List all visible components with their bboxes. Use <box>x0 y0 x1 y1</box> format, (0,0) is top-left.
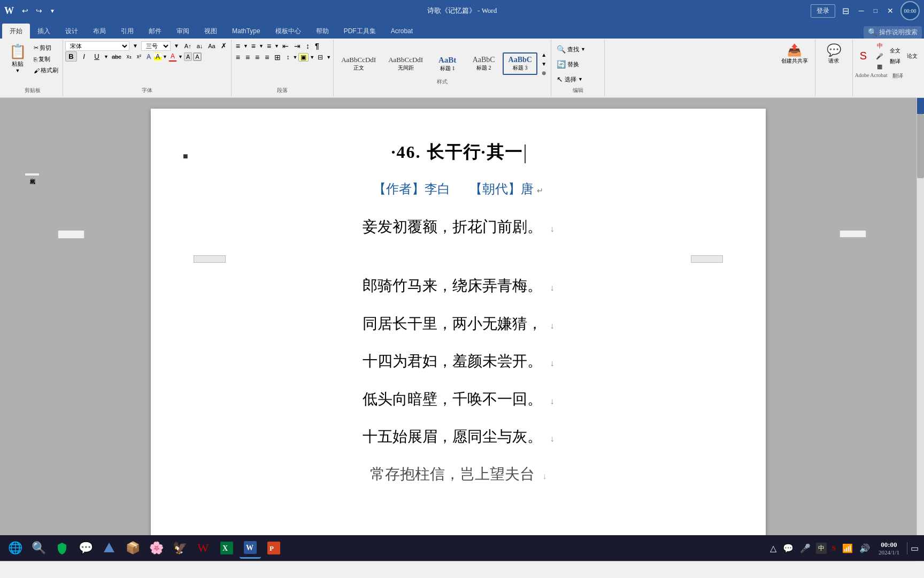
line-spacing-button[interactable]: ↕ <box>284 52 291 62</box>
styles-expand[interactable]: ⊕ <box>539 69 549 77</box>
shading-dropdown[interactable]: ▼ <box>310 55 314 60</box>
format-painter-button[interactable]: 🖌 格式刷 <box>32 65 60 75</box>
taskbar-mountain[interactable] <box>98 537 120 559</box>
italic-button[interactable]: I <box>78 51 90 62</box>
tab-design[interactable]: 设计 <box>58 24 86 39</box>
taskbar-flower[interactable]: 🌸 <box>145 537 167 559</box>
multilevel-dropdown[interactable]: ▼ <box>274 43 279 49</box>
strikethrough-button[interactable]: abc <box>110 52 124 61</box>
align-left-button[interactable]: ≡ <box>234 52 242 63</box>
align-center-button[interactable]: ≡ <box>243 52 252 63</box>
tab-view[interactable]: 视图 <box>197 24 225 39</box>
styles-scroll-down[interactable]: ▼ <box>539 60 549 68</box>
close-button[interactable]: ✕ <box>884 5 896 16</box>
ribbon-collapse-button[interactable]: ⊟ <box>840 5 852 17</box>
acrobat-sign-button[interactable]: S <box>855 47 872 65</box>
redo-button[interactable]: ↪ <box>33 5 45 16</box>
taskbar-bird[interactable]: 🦅 <box>169 537 190 559</box>
tray-volume[interactable]: 🔊 <box>858 542 871 554</box>
undo-button[interactable]: ↩ <box>19 5 31 16</box>
tab-references[interactable]: 引用 <box>113 24 141 39</box>
show-desktop-button[interactable]: ▭ <box>907 542 920 554</box>
highlight-button[interactable]: A <box>154 52 161 61</box>
tab-home[interactable]: 开始 <box>2 24 30 39</box>
system-clock[interactable]: 00:00 2024/1/1 <box>875 541 903 556</box>
tab-layout[interactable]: 布局 <box>86 24 113 39</box>
borders-button[interactable]: ⊟ <box>315 52 325 62</box>
shading-button[interactable]: ▣ <box>298 53 309 62</box>
comment-thesis-button[interactable]: 论文 <box>905 51 920 61</box>
share-button[interactable]: 📤 创建共共享 <box>776 41 813 67</box>
char-border-button[interactable]: A <box>193 52 201 61</box>
sort-button[interactable]: ↕ <box>304 41 312 51</box>
underline-dropdown[interactable]: ▼ <box>104 54 109 59</box>
align-right-button[interactable]: ≡ <box>253 52 261 63</box>
taskbar-wechat[interactable]: 💬 <box>75 537 96 559</box>
char-shading-button[interactable]: A <box>184 52 192 61</box>
tray-wifi[interactable]: 📶 <box>841 542 854 554</box>
font-expand-button[interactable]: ▼ <box>130 42 140 50</box>
replace-button[interactable]: 🔄 替换 <box>553 58 582 71</box>
bold-button[interactable]: B <box>65 51 77 62</box>
styles-scroll-up[interactable]: ▲ <box>539 51 549 59</box>
translate-button[interactable]: 翻译 <box>888 57 903 66</box>
taskbar-word[interactable]: W <box>240 537 261 559</box>
tab-review[interactable]: 审阅 <box>169 24 197 39</box>
quick-access-dropdown[interactable]: ▼ <box>47 7 58 15</box>
select-button[interactable]: ↖ 选择 ▼ <box>553 73 586 86</box>
decrease-size-button[interactable]: a↓ <box>195 42 205 50</box>
tab-help[interactable]: 帮助 <box>309 24 336 39</box>
subscript-button[interactable]: x₂ <box>125 52 134 60</box>
taskbar-shield[interactable] <box>51 537 73 559</box>
increase-indent-button[interactable]: ⇥ <box>292 41 303 51</box>
decrease-indent-button[interactable]: ⇤ <box>280 41 291 51</box>
style-h3[interactable]: AaBbC 标题 3 <box>503 52 537 75</box>
font-size-selector[interactable]: 三号 <box>141 41 171 51</box>
size-expand-button[interactable]: ▼ <box>172 42 181 50</box>
justify-button[interactable]: ≡ <box>263 52 271 63</box>
format-style-panel[interactable]: 格式刷 <box>25 173 40 176</box>
wps-button[interactable]: 中 <box>874 41 886 51</box>
copy-button[interactable]: ⎘ 复制 <box>32 54 60 64</box>
show-formatting-button[interactable]: ¶ <box>313 41 321 51</box>
tray-ime[interactable]: 中 <box>816 543 827 554</box>
taskbar-ppt[interactable]: P <box>263 537 284 559</box>
cut-button[interactable]: ✂ 剪切 <box>32 43 60 53</box>
iqiyi-button[interactable]: ▦ <box>874 62 886 71</box>
tray-expand[interactable]: △ <box>769 542 777 554</box>
tab-pdf[interactable]: PDF工具集 <box>336 24 383 39</box>
taskbar-excel[interactable]: X <box>216 537 237 559</box>
style-normal[interactable]: AaBbCcDdI 正文 <box>336 52 381 75</box>
find-button[interactable]: 🔍 查找 ▼ <box>553 43 589 56</box>
style-h1[interactable]: AaBt 标题 1 <box>430 52 465 75</box>
paste-button[interactable]: 📋 粘贴 ▼ <box>4 41 31 76</box>
tab-template[interactable]: 模板中心 <box>268 24 309 39</box>
style-nospacing[interactable]: AaBbCcDdI 无间距 <box>383 52 428 75</box>
tray-wps[interactable]: S <box>831 543 837 553</box>
document-area[interactable]: ■ ·46. 长干行·其一 【作者】李白 【朝代】唐 ↵ 妾发初覆额，折花门前剧… <box>64 98 852 561</box>
mic-button[interactable]: 🎤 <box>874 52 886 61</box>
underline-button[interactable]: U <box>91 51 103 62</box>
scrollbar-thumb[interactable] <box>917 114 924 178</box>
numbering-button[interactable]: ≡ <box>249 41 258 51</box>
clear-format-button[interactable]: ✗ <box>219 41 229 51</box>
tab-insert[interactable]: 插入 <box>30 24 58 39</box>
vertical-scrollbar[interactable] <box>917 98 924 561</box>
minimize-button[interactable]: ─ <box>856 5 867 16</box>
maximize-button[interactable]: □ <box>871 6 880 16</box>
taskbar-wps[interactable]: W <box>192 537 214 559</box>
tab-acrobat[interactable]: Acrobat <box>383 24 420 39</box>
style-h2[interactable]: AaBbC 标题 2 <box>466 52 501 75</box>
bullets-dropdown[interactable]: ▼ <box>243 43 248 49</box>
comment-button[interactable]: 💬 请求 <box>818 41 850 67</box>
multilevel-list-button[interactable]: ≡ <box>265 41 273 51</box>
borders-dropdown[interactable]: ▼ <box>326 55 331 60</box>
taskbar-search[interactable]: 🔍 <box>28 537 49 559</box>
tab-mailings[interactable]: 邮件 <box>141 24 169 39</box>
tray-mic[interactable]: 🎤 <box>799 542 812 554</box>
change-case-button[interactable]: Aa <box>206 42 217 50</box>
chinese-layout-button[interactable]: ⊞ <box>272 52 283 63</box>
numbering-dropdown[interactable]: ▼ <box>259 43 264 49</box>
tray-chat[interactable]: 💬 <box>782 542 795 554</box>
superscript-button[interactable]: x² <box>135 52 143 60</box>
